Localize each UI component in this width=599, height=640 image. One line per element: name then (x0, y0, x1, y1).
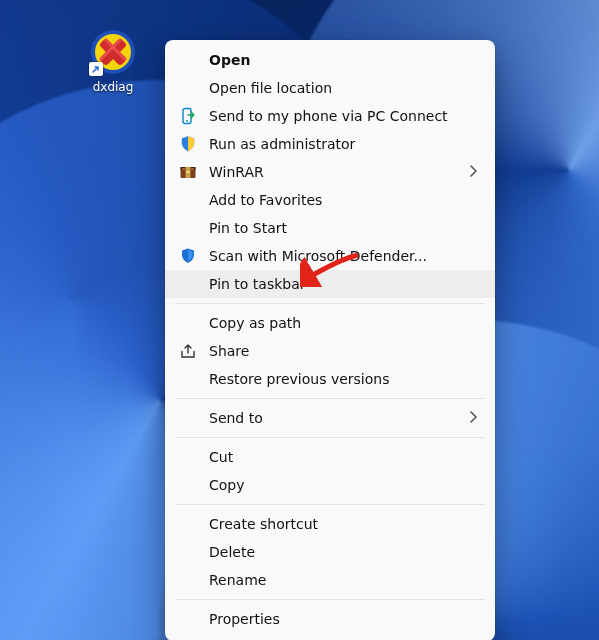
icon-slot-empty (179, 515, 197, 533)
menu-item-pin-to-taskbar[interactable]: Pin to taskbar (165, 270, 495, 298)
menu-item-label: Cut (209, 448, 481, 466)
menu-item-restore-previous-versions[interactable]: Restore previous versions (165, 365, 495, 393)
icon-slot-empty (179, 610, 197, 628)
menu-item-rename[interactable]: Rename (165, 566, 495, 594)
svg-rect-11 (187, 171, 190, 173)
icon-slot-empty (179, 79, 197, 97)
menu-separator (175, 437, 485, 438)
chevron-right-icon (469, 163, 481, 181)
chevron-right-icon (469, 409, 481, 427)
shield-admin-icon (179, 135, 197, 153)
menu-separator (175, 303, 485, 304)
menu-item-share[interactable]: Share (165, 337, 495, 365)
icon-slot-empty (179, 370, 197, 388)
shortcut-arrow-icon (89, 62, 103, 76)
dxdiag-x-icon (89, 28, 137, 76)
icon-slot-empty (179, 275, 197, 293)
menu-item-open-file-location[interactable]: Open file location (165, 74, 495, 102)
menu-item-label: WinRAR (209, 163, 457, 181)
icon-slot-empty (179, 571, 197, 589)
icon-slot-empty (179, 314, 197, 332)
menu-item-label: Add to Favorites (209, 191, 481, 209)
phone-send-icon (179, 107, 197, 125)
defender-shield-icon (179, 247, 197, 265)
menu-item-scan-with-microsoft-defender[interactable]: Scan with Microsoft Defender... (165, 242, 495, 270)
menu-item-label: Send to my phone via PC Connect (209, 107, 481, 125)
desktop-shortcut-dxdiag[interactable]: dxdiag (78, 28, 148, 94)
menu-separator (175, 599, 485, 600)
menu-item-copy-as-path[interactable]: Copy as path (165, 309, 495, 337)
menu-item-label: Properties (209, 610, 481, 628)
menu-item-label: Pin to taskbar (209, 275, 481, 293)
menu-item-label: Copy as path (209, 314, 481, 332)
svg-point-7 (186, 120, 188, 122)
menu-item-label: Delete (209, 543, 481, 561)
icon-slot-empty (179, 476, 197, 494)
menu-item-label: Rename (209, 571, 481, 589)
menu-separator (175, 398, 485, 399)
icon-slot-empty (179, 409, 197, 427)
icon-slot-empty (179, 51, 197, 69)
menu-item-delete[interactable]: Delete (165, 538, 495, 566)
menu-item-label: Create shortcut (209, 515, 481, 533)
menu-item-cut[interactable]: Cut (165, 443, 495, 471)
menu-item-label: Run as administrator (209, 135, 481, 153)
desktop-shortcut-label: dxdiag (78, 80, 148, 94)
menu-item-label: Restore previous versions (209, 370, 481, 388)
share-icon (179, 342, 197, 360)
menu-item-label: Send to (209, 409, 457, 427)
menu-item-send-to-my-phone-via-pc-connect[interactable]: Send to my phone via PC Connect (165, 102, 495, 130)
menu-item-create-shortcut[interactable]: Create shortcut (165, 510, 495, 538)
menu-item-pin-to-start[interactable]: Pin to Start (165, 214, 495, 242)
menu-item-label: Open (209, 51, 481, 69)
icon-slot-empty (179, 219, 197, 237)
menu-item-winrar[interactable]: WinRAR (165, 158, 495, 186)
winrar-icon (179, 163, 197, 181)
menu-item-run-as-administrator[interactable]: Run as administrator (165, 130, 495, 158)
menu-item-copy[interactable]: Copy (165, 471, 495, 499)
icon-slot-empty (179, 191, 197, 209)
menu-item-send-to[interactable]: Send to (165, 404, 495, 432)
context-menu: OpenOpen file locationSend to my phone v… (165, 40, 495, 640)
icon-slot-empty (179, 543, 197, 561)
menu-item-add-to-favorites[interactable]: Add to Favorites (165, 186, 495, 214)
menu-item-properties[interactable]: Properties (165, 605, 495, 633)
menu-item-label: Open file location (209, 79, 481, 97)
menu-item-label: Scan with Microsoft Defender... (209, 247, 481, 265)
menu-item-open[interactable]: Open (165, 46, 495, 74)
menu-item-label: Pin to Start (209, 219, 481, 237)
icon-slot-empty (179, 448, 197, 466)
menu-item-label: Share (209, 342, 481, 360)
menu-separator (175, 504, 485, 505)
menu-item-label: Copy (209, 476, 481, 494)
